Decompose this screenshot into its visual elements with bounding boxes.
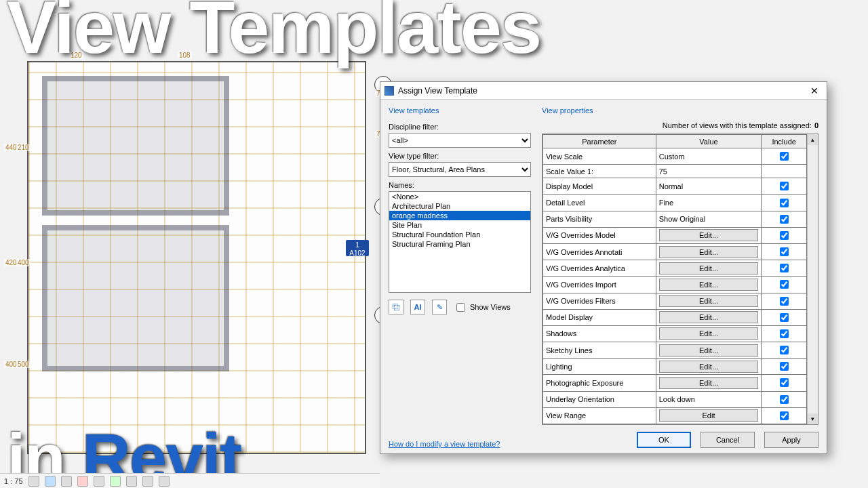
edit-button[interactable]: Edit... [659,246,759,258]
floor-plan-view[interactable]: A B C 1A102 120 108 70 70 440 210 420 40… [27,61,366,454]
include-checkbox[interactable] [780,313,789,322]
value-cell[interactable]: Edit... [656,359,762,375]
scale-display[interactable]: 1 : 75 [4,477,23,485]
include-cell[interactable] [762,309,807,325]
include-checkbox[interactable] [780,231,789,240]
dialog-titlebar[interactable]: Assign View Template ✕ [380,82,827,100]
discipline-filter-select[interactable]: <all> [389,133,531,148]
show-views-input[interactable] [456,303,465,312]
show-views-checkbox[interactable]: Show Views [454,301,511,314]
edit-button[interactable]: Edit... [659,229,759,241]
temp-hide-isolate-icon[interactable] [142,476,153,487]
include-checkbox[interactable] [780,297,789,306]
param-cell: Display Model [543,178,656,195]
include-checkbox[interactable] [780,182,789,190]
col-parameter[interactable]: Parameter [543,135,656,148]
shadows-icon[interactable] [77,476,88,487]
include-cell[interactable] [762,260,807,277]
view-type-filter-select[interactable]: Floor, Structural, Area Plans [389,162,531,177]
include-cell[interactable] [762,293,807,309]
apply-button[interactable]: Apply [764,432,818,448]
include-checkbox[interactable] [780,411,789,420]
include-cell[interactable] [762,407,807,424]
include-checkbox[interactable] [780,152,789,161]
value-cell[interactable]: Edit... [656,277,762,293]
include-checkbox[interactable] [780,346,789,354]
scroll-down-icon[interactable]: ▾ [808,413,818,424]
edit-button[interactable]: Edit... [659,361,759,373]
visual-style-icon[interactable] [45,476,56,487]
template-name-item[interactable]: Site Plan [389,220,530,230]
include-cell[interactable] [762,165,807,178]
scroll-up-icon[interactable]: ▴ [808,134,818,145]
value-cell[interactable]: Show Original [656,211,762,227]
value-cell[interactable]: Edit... [656,342,762,359]
include-checkbox[interactable] [780,329,789,338]
include-cell[interactable] [762,211,807,227]
template-name-item[interactable]: orange madness [389,211,530,220]
edit-button[interactable]: Edit... [659,327,759,340]
include-checkbox[interactable] [780,395,789,404]
edit-button[interactable]: Edit... [659,295,759,307]
edit-button[interactable]: Edit... [659,377,759,389]
edit-button[interactable]: Edit... [659,279,759,291]
include-cell[interactable] [762,359,807,375]
include-cell[interactable] [762,178,807,195]
delete-template-icon[interactable]: ✎ [432,300,447,314]
duplicate-template-icon[interactable]: ⿻ [389,300,403,314]
include-cell[interactable] [762,148,807,165]
include-cell[interactable] [762,391,807,407]
template-names-list[interactable]: <None>Architectural Planorange madnessSi… [389,191,531,293]
value-cell[interactable]: Edit... [656,260,762,277]
include-cell[interactable] [762,342,807,359]
template-name-item[interactable]: Structural Framing Plan [389,239,530,249]
rename-template-icon[interactable]: AI [410,300,425,314]
value-cell[interactable]: Edit... [656,325,762,342]
col-include[interactable]: Include [762,135,807,148]
help-link[interactable]: How do I modify a view template? [389,430,531,448]
edit-button[interactable]: Edit [659,409,759,422]
include-checkbox[interactable] [780,247,789,256]
detail-level-icon[interactable] [28,476,39,487]
value-cell[interactable]: Custom [656,148,762,165]
cancel-button[interactable]: Cancel [701,432,755,448]
include-checkbox[interactable] [780,280,789,289]
edit-button[interactable]: Edit... [659,311,759,323]
edit-button[interactable]: Edit... [659,262,759,274]
template-name-item[interactable]: Architectural Plan [389,201,530,211]
rendering-icon[interactable] [94,476,104,487]
value-cell[interactable]: Edit... [656,309,762,325]
include-cell[interactable] [762,227,807,243]
edit-button[interactable]: Edit... [659,344,759,357]
include-checkbox[interactable] [780,362,789,371]
value-cell[interactable]: Look down [656,391,762,407]
value-cell[interactable]: Edit [656,407,762,424]
value-cell[interactable]: 75 [656,165,762,178]
close-icon[interactable]: ✕ [806,85,823,96]
value-cell[interactable]: Edit... [656,244,762,260]
value-cell[interactable]: Normal [656,178,762,195]
include-cell[interactable] [762,325,807,342]
template-name-item[interactable]: <None> [389,192,530,201]
include-cell[interactable] [762,244,807,260]
value-cell[interactable]: Edit... [656,375,762,391]
include-cell[interactable] [762,195,807,211]
include-checkbox[interactable] [780,199,789,207]
include-cell[interactable] [762,277,807,293]
ok-button[interactable]: OK [637,432,691,448]
section-tag[interactable]: 1A102 [346,240,369,256]
value-cell[interactable]: Fine [656,195,762,211]
table-scrollbar[interactable]: ▴ ▾ [807,134,818,424]
col-value[interactable]: Value [656,135,762,148]
sun-path-icon[interactable] [61,476,72,487]
include-checkbox[interactable] [780,264,789,272]
include-checkbox[interactable] [780,378,789,387]
crop-view-icon[interactable] [110,476,121,487]
include-cell[interactable] [762,375,807,391]
crop-region-visible-icon[interactable] [126,476,137,487]
value-cell[interactable]: Edit... [656,227,762,243]
include-checkbox[interactable] [780,215,789,224]
value-cell[interactable]: Edit... [656,293,762,309]
template-name-item[interactable]: Structural Foundation Plan [389,230,530,239]
reveal-hidden-icon[interactable] [159,476,170,487]
